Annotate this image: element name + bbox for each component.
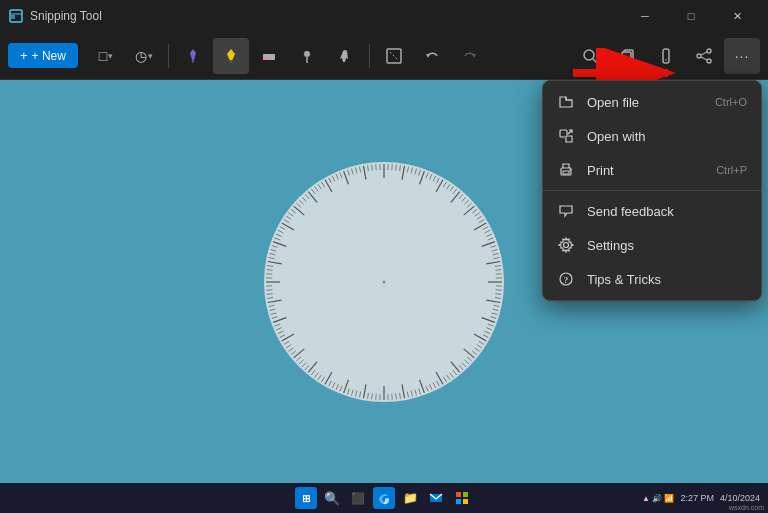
undo-button[interactable]	[414, 38, 450, 74]
app-title: Snipping Tool	[30, 9, 622, 23]
svg-point-22	[697, 54, 701, 58]
svg-line-12	[390, 52, 398, 60]
divider-2	[369, 44, 370, 68]
open-with-label: Open with	[587, 129, 747, 144]
print-shortcut: Ctrl+P	[716, 164, 747, 176]
toolbar: + + New □ ▾ ◷ ▾	[0, 32, 768, 80]
ruler-svg: // Generate tick marks var ticks = ''; f…	[244, 142, 524, 422]
menu-item-open-with[interactable]: Open with	[543, 119, 761, 153]
touch-button[interactable]	[327, 38, 363, 74]
svg-marker-14	[472, 54, 476, 58]
menu-item-settings[interactable]: Settings	[543, 228, 761, 262]
taskbar-time[interactable]: 2:27 PM	[680, 493, 714, 503]
highlighter-button[interactable]	[213, 38, 249, 74]
svg-point-15	[584, 50, 594, 60]
explorer-taskbar[interactable]: 📁	[399, 487, 421, 509]
ballpoint-pen-button[interactable]	[175, 38, 211, 74]
taskbar: ⊞ 🔍 ⬛ 📁 ▲ 🔊 📶 2:27 PM 4/10/2024	[0, 483, 768, 513]
app-icon	[8, 8, 24, 24]
send-feedback-label: Send feedback	[587, 204, 747, 219]
search-taskbar-button[interactable]: 🔍	[321, 487, 343, 509]
crop-button[interactable]	[376, 38, 412, 74]
title-bar: Snipping Tool ─ □ ✕	[0, 0, 768, 32]
shape-icon: □	[99, 48, 107, 64]
menu-item-print[interactable]: Print Ctrl+P	[543, 153, 761, 187]
task-view-button[interactable]: ⬛	[347, 487, 369, 509]
delay-selector[interactable]: ◷ ▾	[126, 38, 162, 74]
svg-point-216	[564, 243, 569, 248]
window-controls: ─ □ ✕	[622, 0, 760, 32]
print-label: Print	[587, 163, 704, 178]
new-button[interactable]: + + New	[8, 43, 78, 68]
delay-icon: ◷	[135, 48, 147, 64]
svg-line-24	[701, 52, 707, 55]
svg-rect-18	[622, 52, 631, 63]
mail-taskbar[interactable]	[425, 487, 447, 509]
open-file-shortcut: Ctrl+O	[715, 96, 747, 108]
minimize-button[interactable]: ─	[622, 0, 668, 32]
tips-tricks-label: Tips & Tricks	[587, 272, 747, 287]
menu-divider	[543, 190, 761, 191]
start-button[interactable]: ⊞	[295, 487, 317, 509]
open-with-icon	[557, 127, 575, 145]
svg-line-25	[701, 57, 707, 60]
svg-rect-221	[463, 492, 468, 497]
svg-line-16	[593, 59, 597, 63]
tips-tricks-icon: ?	[557, 270, 575, 288]
open-file-label: Open file	[587, 95, 703, 110]
svg-rect-222	[456, 499, 461, 504]
svg-rect-214	[563, 171, 569, 174]
svg-rect-2	[11, 15, 15, 19]
settings-label: Settings	[587, 238, 747, 253]
eraser-button[interactable]	[251, 38, 287, 74]
svg-point-215	[569, 169, 571, 171]
toolbar-right: ···	[572, 38, 760, 74]
dropdown-menu: Open file Ctrl+O Open with Print Ctrl+P …	[542, 80, 762, 301]
taskbar-system-tray: ▲ 🔊 📶 2:27 PM 4/10/2024	[642, 493, 760, 503]
print-icon	[557, 161, 575, 179]
system-tray-icons: ▲ 🔊 📶	[642, 494, 674, 503]
svg-rect-19	[663, 49, 669, 63]
zoom-button[interactable]	[572, 38, 608, 74]
divider-1	[168, 44, 169, 68]
svg-marker-13	[426, 54, 430, 58]
redo-button[interactable]	[452, 38, 488, 74]
new-plus-icon: +	[20, 48, 28, 63]
shape-dropdown-arrow: ▾	[108, 51, 113, 61]
open-file-icon	[557, 93, 575, 111]
store-taskbar[interactable]	[451, 487, 473, 509]
delay-dropdown-arrow: ▾	[148, 51, 153, 61]
phone-link-button[interactable]	[648, 38, 684, 74]
svg-point-23	[707, 59, 711, 63]
maximize-button[interactable]: □	[668, 0, 714, 32]
svg-marker-6	[229, 60, 233, 63]
svg-marker-3	[190, 49, 196, 63]
svg-point-28	[383, 280, 386, 283]
copy-to-clipboard-button[interactable]	[610, 38, 646, 74]
svg-rect-211	[560, 130, 567, 137]
settings-icon	[557, 236, 575, 254]
svg-rect-8	[263, 58, 269, 60]
more-options-button[interactable]: ···	[724, 38, 760, 74]
send-feedback-icon	[557, 202, 575, 220]
shape-selector[interactable]: □ ▾	[88, 38, 124, 74]
share-button[interactable]	[686, 38, 722, 74]
menu-item-tips-tricks[interactable]: ? Tips & Tricks	[543, 262, 761, 296]
watermark: wsxdn.com	[729, 504, 764, 511]
svg-rect-220	[456, 492, 461, 497]
menu-item-send-feedback[interactable]: Send feedback	[543, 194, 761, 228]
svg-rect-223	[463, 499, 468, 504]
more-dots-icon: ···	[735, 48, 750, 64]
menu-item-open-file[interactable]: Open file Ctrl+O	[543, 85, 761, 119]
pin-button[interactable]	[289, 38, 325, 74]
svg-point-20	[665, 59, 667, 61]
edge-taskbar[interactable]	[373, 487, 395, 509]
circle-ruler-container: // Generate tick marks var ticks = ''; f…	[244, 142, 524, 422]
close-button[interactable]: ✕	[714, 0, 760, 32]
taskbar-date[interactable]: 4/10/2024	[720, 494, 760, 503]
svg-marker-4	[191, 61, 195, 63]
svg-point-9	[304, 51, 310, 57]
svg-text:?: ?	[564, 275, 569, 285]
svg-point-21	[707, 49, 711, 53]
